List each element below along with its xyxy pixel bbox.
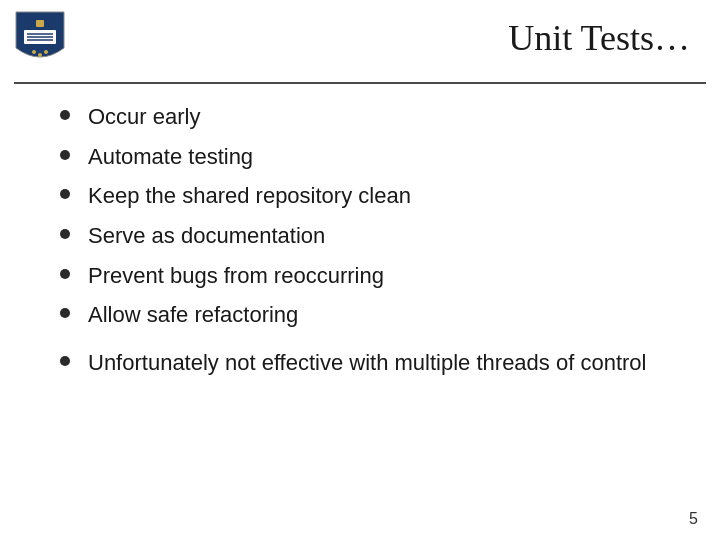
bullet-text: Occur early [88,102,200,132]
bullet-dot [60,150,70,160]
svg-point-8 [44,50,48,54]
bullet-text: Allow safe refactoring [88,300,298,330]
note-text: Unfortunately not effective with multipl… [88,348,680,378]
bullet-item-1: Occur early [60,102,680,132]
bullet-list: Occur earlyAutomate testingKeep the shar… [60,102,680,330]
title-area: Unit Tests… [14,14,690,59]
content: Occur earlyAutomate testingKeep the shar… [0,84,720,388]
logo [14,10,66,68]
page-number: 5 [689,510,698,528]
note-bullet-dot [60,356,70,366]
bullet-dot [60,110,70,120]
bullet-item-6: Allow safe refactoring [60,300,680,330]
bullet-item-2: Automate testing [60,142,680,172]
bullet-text: Prevent bugs from reoccurring [88,261,384,291]
header: Unit Tests… [0,0,720,78]
bullet-text: Serve as documentation [88,221,325,251]
svg-rect-5 [36,20,44,27]
bullet-text: Keep the shared repository clean [88,181,411,211]
note-section: Unfortunately not effective with multipl… [60,348,680,378]
bullet-dot [60,269,70,279]
note-item: Unfortunately not effective with multipl… [60,348,680,378]
bullet-text: Automate testing [88,142,253,172]
bullet-dot [60,189,70,199]
bullet-item-3: Keep the shared repository clean [60,181,680,211]
svg-point-7 [38,53,42,57]
bullet-dot [60,308,70,318]
bullet-dot [60,229,70,239]
bullet-item-5: Prevent bugs from reoccurring [60,261,680,291]
svg-point-6 [32,50,36,54]
slide-title: Unit Tests… [14,14,690,59]
slide: Unit Tests… Occur earlyAutomate testingK… [0,0,720,540]
bullet-item-4: Serve as documentation [60,221,680,251]
